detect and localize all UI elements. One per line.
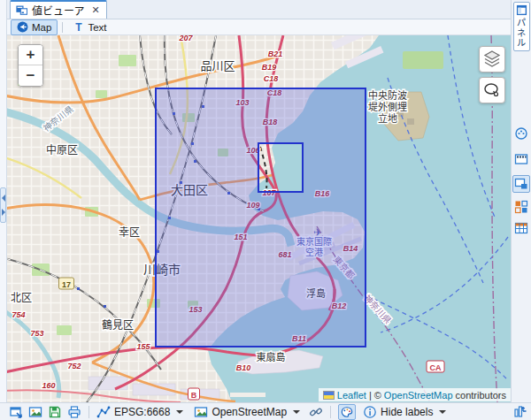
svg-text:207: 207 <box>178 35 193 42</box>
svg-text:北区: 北区 <box>11 292 32 304</box>
left-panel-strip <box>0 0 7 402</box>
svg-text:中央防波: 中央防波 <box>368 89 407 101</box>
labels-toggle[interactable]: Hide labels <box>363 405 446 419</box>
print-button[interactable] <box>67 405 81 419</box>
main-column: 値ビューア ✕ Map T Text <box>7 0 511 402</box>
attribution-suffix: contributors <box>456 390 506 401</box>
tab-close-icon[interactable]: ✕ <box>92 4 100 16</box>
svg-text:B21: B21 <box>268 50 283 58</box>
focus-circle-button[interactable] <box>514 126 528 141</box>
expand-right-icon <box>2 209 5 216</box>
status-bar: EPSG:6668 OpenStreetMap <box>0 402 531 420</box>
palette-button[interactable] <box>338 404 356 420</box>
osm-link[interactable]: OpenStreetMap <box>384 390 453 401</box>
selection-overlay <box>156 88 366 347</box>
text-button-label: Text <box>88 22 106 33</box>
lasso-icon <box>482 80 502 100</box>
collapse-left-icon <box>2 195 5 202</box>
attribution-divider: | <box>369 390 372 401</box>
svg-text:754: 754 <box>12 310 25 319</box>
labels-toggle-text: Hide labels <box>381 406 433 418</box>
status-separator <box>88 406 89 418</box>
open-window-button[interactable] <box>9 405 23 419</box>
copyright-symbol: © <box>374 390 381 401</box>
viewer-panel-button[interactable] <box>512 175 530 193</box>
svg-text:752: 752 <box>67 362 81 370</box>
move-panel-button[interactable] <box>513 404 527 418</box>
panel-icon <box>516 4 527 16</box>
svg-text:堤外側埋: 堤外側埋 <box>368 102 407 112</box>
tab-title: 値ビューア <box>32 3 85 18</box>
basemap-dropdown-caret <box>293 410 300 414</box>
right-sidebar: パネル <box>511 0 531 402</box>
toolbar-separator <box>62 22 63 33</box>
text-icon: T <box>73 21 84 33</box>
tab-bar: 値ビューア ✕ <box>7 0 511 19</box>
status-separator-2 <box>330 406 331 418</box>
leaflet-link[interactable]: Leaflet <box>337 390 366 401</box>
svg-text:東扇島: 東扇島 <box>257 351 286 363</box>
svg-text:160: 160 <box>42 381 55 390</box>
info-icon <box>363 405 377 419</box>
svg-text:155: 155 <box>136 342 150 351</box>
panel-tab-label: パネル <box>515 18 528 49</box>
focus-circle-icon <box>514 126 528 141</box>
svg-text:幸区: 幸区 <box>119 226 140 239</box>
zoom-control: + − <box>18 44 43 87</box>
save-button[interactable] <box>48 405 62 419</box>
svg-text:品川区: 品川区 <box>200 59 235 73</box>
svg-text:鶴見区: 鶴見区 <box>102 318 134 332</box>
ukraine-flag-icon <box>323 391 335 400</box>
labels-dropdown-caret <box>439 410 446 414</box>
value-viewer-window: 値ビューア ✕ Map T Text <box>0 0 531 420</box>
map-attribution: Leaflet | © OpenStreetMap contributors <box>319 388 511 401</box>
tab-value-viewer[interactable]: 値ビューア ✕ <box>10 0 107 19</box>
crs-value: EPSG:6668 <box>114 406 170 418</box>
svg-text:17: 17 <box>62 280 71 289</box>
tiles-panel-button[interactable] <box>514 200 528 214</box>
link-button[interactable] <box>309 405 323 419</box>
crs-selector[interactable]: EPSG:6668 <box>96 405 183 419</box>
map-canvas[interactable]: ✈ <box>7 35 511 402</box>
svg-text:CA: CA <box>430 363 442 372</box>
svg-text:T: T <box>76 21 83 33</box>
basemap-value: OpenStreetMap <box>212 406 287 418</box>
svg-text:立地: 立地 <box>378 112 397 124</box>
svg-text:B: B <box>191 391 197 400</box>
viewer-window-icon <box>16 4 27 15</box>
viewer-panel-icon <box>514 177 528 191</box>
leaflet-map[interactable]: ✈ <box>7 35 511 402</box>
svg-text:B10: B10 <box>236 363 251 372</box>
table-panel-button[interactable] <box>514 221 528 235</box>
image-export-button[interactable] <box>28 405 42 419</box>
basemap-icon <box>194 405 208 419</box>
zoom-in-button[interactable]: + <box>19 45 42 65</box>
map-globe-icon <box>17 21 28 33</box>
map-button-label: Map <box>32 22 51 33</box>
crs-polyline-icon <box>96 405 111 419</box>
tiles-icon <box>514 200 528 214</box>
lasso-select-button[interactable] <box>479 77 505 103</box>
svg-text:B19: B19 <box>262 63 277 72</box>
panel-splitter-handle[interactable] <box>0 187 6 223</box>
palette-icon <box>341 406 353 418</box>
panel-tab[interactable]: パネル <box>513 2 530 51</box>
svg-text:C18: C18 <box>264 74 279 83</box>
map-view-button[interactable]: Map <box>11 19 58 35</box>
text-view-button[interactable]: T Text <box>67 19 112 35</box>
layers-button[interactable] <box>479 46 505 73</box>
basemap-selector[interactable]: OpenStreetMap <box>194 405 300 419</box>
crs-dropdown-caret <box>176 410 183 414</box>
zoom-out-button[interactable]: − <box>19 65 42 86</box>
svg-text:中原区: 中原区 <box>46 143 78 157</box>
layers-icon <box>482 50 502 69</box>
table-icon <box>514 221 528 235</box>
svg-text:753: 753 <box>30 329 43 338</box>
view-toolbar: Map T Text <box>7 19 511 35</box>
selection-region-fill <box>156 88 366 347</box>
raster-panel-button[interactable] <box>514 152 528 166</box>
raster-icon <box>514 152 528 166</box>
